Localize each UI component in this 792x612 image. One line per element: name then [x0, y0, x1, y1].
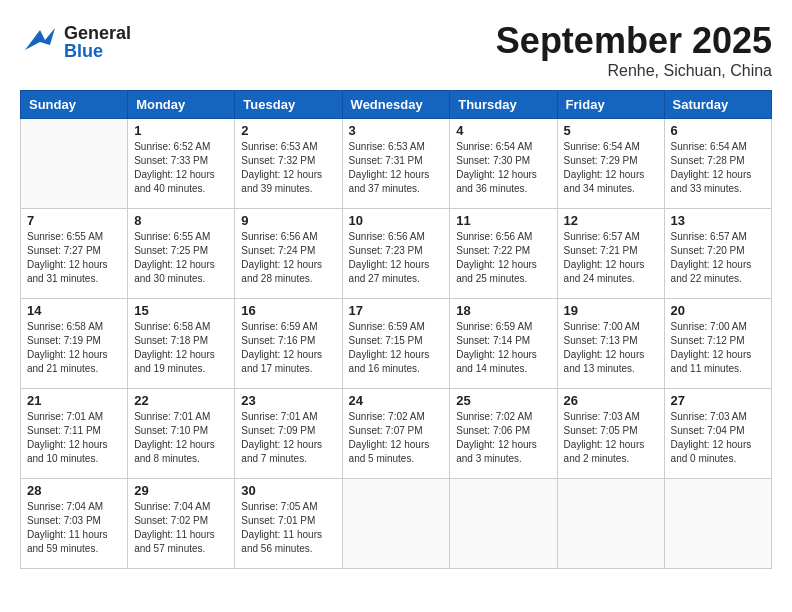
column-header-friday: Friday — [557, 91, 664, 119]
day-number: 17 — [349, 303, 444, 318]
day-number: 19 — [564, 303, 658, 318]
day-number: 16 — [241, 303, 335, 318]
day-info: Sunrise: 6:55 AM Sunset: 7:27 PM Dayligh… — [27, 230, 121, 286]
day-info: Sunrise: 7:01 AM Sunset: 7:11 PM Dayligh… — [27, 410, 121, 466]
calendar-cell: 14Sunrise: 6:58 AM Sunset: 7:19 PM Dayli… — [21, 299, 128, 389]
column-header-wednesday: Wednesday — [342, 91, 450, 119]
calendar-cell: 13Sunrise: 6:57 AM Sunset: 7:20 PM Dayli… — [664, 209, 771, 299]
logo-general-text: General — [64, 24, 131, 42]
calendar-cell: 23Sunrise: 7:01 AM Sunset: 7:09 PM Dayli… — [235, 389, 342, 479]
day-info: Sunrise: 6:54 AM Sunset: 7:29 PM Dayligh… — [564, 140, 658, 196]
day-number: 7 — [27, 213, 121, 228]
day-info: Sunrise: 7:03 AM Sunset: 7:04 PM Dayligh… — [671, 410, 765, 466]
day-info: Sunrise: 7:01 AM Sunset: 7:10 PM Dayligh… — [134, 410, 228, 466]
day-number: 12 — [564, 213, 658, 228]
calendar-cell — [342, 479, 450, 569]
column-header-sunday: Sunday — [21, 91, 128, 119]
column-header-monday: Monday — [128, 91, 235, 119]
day-number: 26 — [564, 393, 658, 408]
day-info: Sunrise: 6:57 AM Sunset: 7:20 PM Dayligh… — [671, 230, 765, 286]
day-info: Sunrise: 6:54 AM Sunset: 7:30 PM Dayligh… — [456, 140, 550, 196]
calendar-cell: 26Sunrise: 7:03 AM Sunset: 7:05 PM Dayli… — [557, 389, 664, 479]
day-number: 22 — [134, 393, 228, 408]
day-number: 27 — [671, 393, 765, 408]
day-number: 2 — [241, 123, 335, 138]
day-number: 4 — [456, 123, 550, 138]
calendar-cell: 20Sunrise: 7:00 AM Sunset: 7:12 PM Dayli… — [664, 299, 771, 389]
calendar-cell: 21Sunrise: 7:01 AM Sunset: 7:11 PM Dayli… — [21, 389, 128, 479]
day-number: 13 — [671, 213, 765, 228]
day-number: 14 — [27, 303, 121, 318]
logo-icon — [20, 20, 60, 64]
calendar-cell: 30Sunrise: 7:05 AM Sunset: 7:01 PM Dayli… — [235, 479, 342, 569]
day-number: 18 — [456, 303, 550, 318]
calendar-cell: 16Sunrise: 6:59 AM Sunset: 7:16 PM Dayli… — [235, 299, 342, 389]
calendar-cell: 4Sunrise: 6:54 AM Sunset: 7:30 PM Daylig… — [450, 119, 557, 209]
logo: General Blue — [20, 20, 131, 64]
calendar-cell: 17Sunrise: 6:59 AM Sunset: 7:15 PM Dayli… — [342, 299, 450, 389]
day-info: Sunrise: 6:59 AM Sunset: 7:14 PM Dayligh… — [456, 320, 550, 376]
calendar-cell: 10Sunrise: 6:56 AM Sunset: 7:23 PM Dayli… — [342, 209, 450, 299]
logo-blue-text: Blue — [64, 42, 131, 60]
calendar-cell: 25Sunrise: 7:02 AM Sunset: 7:06 PM Dayli… — [450, 389, 557, 479]
svg-marker-0 — [25, 28, 55, 50]
day-info: Sunrise: 6:53 AM Sunset: 7:32 PM Dayligh… — [241, 140, 335, 196]
day-info: Sunrise: 6:55 AM Sunset: 7:25 PM Dayligh… — [134, 230, 228, 286]
day-number: 24 — [349, 393, 444, 408]
day-info: Sunrise: 6:54 AM Sunset: 7:28 PM Dayligh… — [671, 140, 765, 196]
column-header-tuesday: Tuesday — [235, 91, 342, 119]
day-info: Sunrise: 6:57 AM Sunset: 7:21 PM Dayligh… — [564, 230, 658, 286]
calendar-cell: 18Sunrise: 6:59 AM Sunset: 7:14 PM Dayli… — [450, 299, 557, 389]
calendar-cell — [21, 119, 128, 209]
day-number: 20 — [671, 303, 765, 318]
day-number: 8 — [134, 213, 228, 228]
day-info: Sunrise: 7:00 AM Sunset: 7:13 PM Dayligh… — [564, 320, 658, 376]
calendar-week-2: 7Sunrise: 6:55 AM Sunset: 7:27 PM Daylig… — [21, 209, 772, 299]
calendar-cell: 1Sunrise: 6:52 AM Sunset: 7:33 PM Daylig… — [128, 119, 235, 209]
calendar-week-5: 28Sunrise: 7:04 AM Sunset: 7:03 PM Dayli… — [21, 479, 772, 569]
day-info: Sunrise: 6:52 AM Sunset: 7:33 PM Dayligh… — [134, 140, 228, 196]
calendar-cell: 22Sunrise: 7:01 AM Sunset: 7:10 PM Dayli… — [128, 389, 235, 479]
day-info: Sunrise: 7:04 AM Sunset: 7:02 PM Dayligh… — [134, 500, 228, 556]
calendar-cell: 19Sunrise: 7:00 AM Sunset: 7:13 PM Dayli… — [557, 299, 664, 389]
location: Renhe, Sichuan, China — [496, 62, 772, 80]
calendar-cell: 5Sunrise: 6:54 AM Sunset: 7:29 PM Daylig… — [557, 119, 664, 209]
calendar-cell — [450, 479, 557, 569]
month-title: September 2025 — [496, 20, 772, 62]
day-number: 25 — [456, 393, 550, 408]
day-info: Sunrise: 7:05 AM Sunset: 7:01 PM Dayligh… — [241, 500, 335, 556]
day-number: 5 — [564, 123, 658, 138]
day-info: Sunrise: 6:56 AM Sunset: 7:22 PM Dayligh… — [456, 230, 550, 286]
calendar-header-row: SundayMondayTuesdayWednesdayThursdayFrid… — [21, 91, 772, 119]
calendar-cell: 3Sunrise: 6:53 AM Sunset: 7:31 PM Daylig… — [342, 119, 450, 209]
logo-label: General Blue — [64, 24, 131, 60]
column-header-saturday: Saturday — [664, 91, 771, 119]
calendar-cell: 15Sunrise: 6:58 AM Sunset: 7:18 PM Dayli… — [128, 299, 235, 389]
day-info: Sunrise: 7:00 AM Sunset: 7:12 PM Dayligh… — [671, 320, 765, 376]
day-info: Sunrise: 7:03 AM Sunset: 7:05 PM Dayligh… — [564, 410, 658, 466]
calendar-cell — [664, 479, 771, 569]
day-info: Sunrise: 6:58 AM Sunset: 7:19 PM Dayligh… — [27, 320, 121, 376]
calendar-cell: 12Sunrise: 6:57 AM Sunset: 7:21 PM Dayli… — [557, 209, 664, 299]
calendar-cell: 29Sunrise: 7:04 AM Sunset: 7:02 PM Dayli… — [128, 479, 235, 569]
day-number: 3 — [349, 123, 444, 138]
calendar-cell: 8Sunrise: 6:55 AM Sunset: 7:25 PM Daylig… — [128, 209, 235, 299]
calendar-week-3: 14Sunrise: 6:58 AM Sunset: 7:19 PM Dayli… — [21, 299, 772, 389]
day-info: Sunrise: 7:02 AM Sunset: 7:06 PM Dayligh… — [456, 410, 550, 466]
day-info: Sunrise: 7:04 AM Sunset: 7:03 PM Dayligh… — [27, 500, 121, 556]
day-number: 6 — [671, 123, 765, 138]
day-info: Sunrise: 6:53 AM Sunset: 7:31 PM Dayligh… — [349, 140, 444, 196]
column-header-thursday: Thursday — [450, 91, 557, 119]
title-block: September 2025 Renhe, Sichuan, China — [496, 20, 772, 80]
day-info: Sunrise: 6:56 AM Sunset: 7:24 PM Dayligh… — [241, 230, 335, 286]
calendar-cell: 2Sunrise: 6:53 AM Sunset: 7:32 PM Daylig… — [235, 119, 342, 209]
calendar-cell: 11Sunrise: 6:56 AM Sunset: 7:22 PM Dayli… — [450, 209, 557, 299]
day-number: 11 — [456, 213, 550, 228]
calendar-cell: 6Sunrise: 6:54 AM Sunset: 7:28 PM Daylig… — [664, 119, 771, 209]
calendar-cell: 24Sunrise: 7:02 AM Sunset: 7:07 PM Dayli… — [342, 389, 450, 479]
day-number: 21 — [27, 393, 121, 408]
day-info: Sunrise: 6:59 AM Sunset: 7:16 PM Dayligh… — [241, 320, 335, 376]
day-number: 29 — [134, 483, 228, 498]
day-number: 1 — [134, 123, 228, 138]
calendar-week-1: 1Sunrise: 6:52 AM Sunset: 7:33 PM Daylig… — [21, 119, 772, 209]
